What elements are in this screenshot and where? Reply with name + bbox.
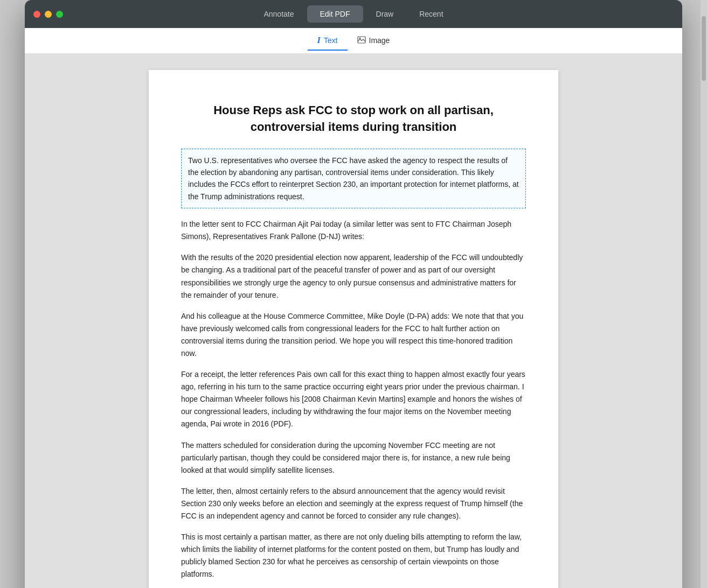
selected-paragraph: Two U.S. representatives who oversee the… — [188, 155, 519, 203]
content-area: House Reps ask FCC to stop work on all p… — [25, 54, 682, 588]
app-window: Annotate Edit PDF Draw Recent I Text — [25, 0, 682, 588]
article-title: House Reps ask FCC to stop work on all p… — [181, 102, 526, 136]
paragraph-7: This is most certainly a partisan matter… — [181, 531, 526, 580]
paragraph-4: For a receipt, the letter references Pai… — [181, 368, 526, 430]
selected-text-box[interactable]: Two U.S. representatives who oversee the… — [181, 149, 526, 209]
paragraph-6: The letter, then, almost certainly refer… — [181, 485, 526, 522]
image-icon — [357, 36, 366, 45]
paragraph-1: In the letter sent to FCC Chairman Ajit … — [181, 218, 526, 243]
titlebar: Annotate Edit PDF Draw Recent — [25, 0, 682, 28]
tool-image-button[interactable]: Image — [348, 32, 400, 51]
svg-point-1 — [359, 37, 361, 39]
text-cursor-icon: I — [317, 36, 321, 45]
tab-edit-pdf[interactable]: Edit PDF — [307, 5, 363, 23]
toolbar: I Text Image — [25, 28, 682, 54]
close-button[interactable] — [33, 11, 40, 18]
paragraph-5: The matters scheduled for consideration … — [181, 439, 526, 477]
tab-draw[interactable]: Draw — [363, 5, 407, 23]
tool-text-button[interactable]: I Text — [308, 31, 348, 51]
traffic-lights — [33, 11, 63, 18]
minimize-button[interactable] — [45, 11, 52, 18]
maximize-button[interactable] — [56, 11, 63, 18]
nav-tabs: Annotate Edit PDF Draw Recent — [251, 5, 456, 23]
pdf-page: House Reps ask FCC to stop work on all p… — [149, 70, 558, 588]
tab-recent[interactable]: Recent — [406, 5, 456, 23]
tool-text-label: Text — [324, 36, 338, 45]
paragraph-3: And his colleague at the House Commerce … — [181, 310, 526, 360]
tool-image-label: Image — [369, 36, 390, 45]
paragraph-2: With the results of the 2020 presidentia… — [181, 251, 526, 301]
article-body: In the letter sent to FCC Chairman Ajit … — [181, 218, 526, 580]
tab-annotate[interactable]: Annotate — [251, 5, 307, 23]
